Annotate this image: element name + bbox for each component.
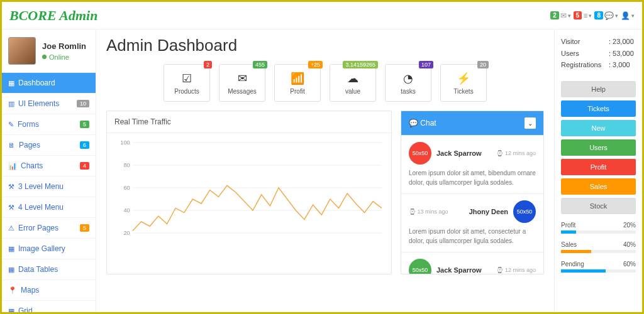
sidebar-item-grid[interactable]: ▦Grid (2, 301, 96, 312)
main: Admin Dashboard 2☑Products455✉Messages+2… (96, 30, 554, 312)
tile-label: Messages (228, 88, 257, 95)
progress-pct: 40% (623, 241, 636, 248)
sidebar-item-pages[interactable]: 🗎Pages6 (2, 135, 96, 156)
nav-label: Charts (21, 161, 43, 170)
nav-icon: 📍 (8, 286, 17, 295)
nav-label: Error Pages (18, 224, 58, 232)
sidebar-item-ui-elements[interactable]: ▥UI Elements10 (2, 94, 96, 114)
tile-messages[interactable]: 455✉Messages (219, 64, 265, 102)
rightbar: Visitor: 23,000Users: 53,000Registration… (554, 30, 642, 312)
nav-badge: 5 (80, 224, 89, 232)
nav-badge: 4 (80, 162, 89, 170)
tile-tickets[interactable]: 20⚡Tickets (440, 64, 487, 102)
chevron-down-icon: ▾ (615, 13, 618, 19)
topbar-user[interactable]: 👤▾ (621, 11, 635, 20)
nav-icon: 🗎 (8, 141, 15, 149)
sidebar-item-maps[interactable]: 📍Maps (2, 280, 96, 301)
topbar-item[interactable]: 8💬▾ (594, 11, 618, 20)
nav-badge: 10 (77, 100, 89, 107)
svg-text:60: 60 (123, 185, 130, 191)
tile-icon: 📶 (291, 72, 304, 85)
sidebar-item-charts[interactable]: 📊Charts4 (2, 156, 96, 176)
nav-badge: 5 (80, 121, 89, 128)
chat-panel: 💬 Chat ⌄ 50x50Jack Sparrow⌚ 12 mins agoL… (401, 111, 544, 274)
tile-badge: 2 (204, 61, 212, 68)
nav-icon: ⚒ (8, 183, 14, 191)
nav-badge: 6 (80, 141, 89, 149)
chat-message: 50x50Jhony Deen⌚ 13 mins agoLorem ipsum … (401, 194, 543, 252)
profile-status: Online (42, 53, 86, 61)
tile-icon: ☁ (347, 72, 358, 85)
chat-collapse[interactable]: ⌄ (525, 117, 536, 129)
tile-profit[interactable]: +25📶Profit (274, 64, 321, 102)
nav-label: Forms (18, 120, 39, 129)
help-button[interactable]: Help (561, 81, 636, 97)
nav-icon: ⚒ (8, 203, 14, 212)
users-button[interactable]: Users (561, 139, 636, 156)
tile-label: Products (174, 88, 199, 95)
sidebar-item-forms[interactable]: ✎Forms5 (2, 114, 96, 135)
right-buttons: HelpTicketsNewUsersProfitSalesStock (561, 81, 636, 214)
progress-label: Pending (561, 261, 584, 268)
traffic-title: Real Time Traffic (107, 111, 391, 133)
tile-badge: 20 (477, 61, 489, 68)
profit-button[interactable]: Profit (561, 159, 636, 175)
topbar-badge: 5 (574, 11, 582, 19)
chat-body: 50x50Jack Sparrow⌚ 12 mins agoLorem ipsu… (401, 136, 543, 274)
nav-label: 4 Level Menu (18, 203, 64, 212)
nav-icon: ▦ (8, 79, 14, 87)
nav-icon: ▦ (8, 266, 14, 274)
sidebar-item-data-tables[interactable]: ▦Data Tables (2, 259, 96, 280)
tile-badge: 3.14159265 (343, 61, 378, 68)
stat-label: Visitor (561, 36, 609, 48)
sidebar-item-4-level-menu[interactable]: ⚒4 Level Menu (2, 197, 96, 218)
nav-icon: ✎ (8, 121, 14, 129)
sidebar-item-error-pages[interactable]: ⚠Error Pages5 (2, 218, 96, 239)
page-title: Admin Dashboard (106, 36, 544, 55)
svg-text:40: 40 (123, 207, 130, 214)
tile-icon: ☑ (182, 72, 192, 85)
svg-text:100: 100 (120, 139, 130, 146)
topbar-icon: ≡ (583, 11, 587, 20)
nav-icon: ⚠ (8, 224, 14, 232)
tiles: 2☑Products455✉Messages+25📶Profit3.141592… (106, 64, 544, 102)
sidebar-item-dashboard[interactable]: ▦Dashboard (2, 73, 96, 94)
topbar-badge: 8 (594, 11, 603, 19)
tile-products[interactable]: 2☑Products (164, 64, 210, 102)
topbar-right: 2✉▾5≡▾8💬▾👤▾ (550, 11, 635, 20)
tile-badge: 107 (419, 61, 433, 68)
traffic-chart: 20406080100 (107, 133, 391, 271)
chat-avatar: 50x50 (513, 200, 536, 223)
chat-message: 50x50Jack Sparrow⌚ 12 mins agoLorem ipsu… (401, 136, 543, 194)
chat-header: 💬 Chat ⌄ (401, 111, 543, 136)
tile-label: Profit (290, 88, 304, 95)
chat-time: ⌚ 12 mins ago (496, 267, 536, 273)
nav-label: Grid (18, 306, 33, 312)
brand: BCORE Admin (9, 8, 97, 24)
tile-value[interactable]: 3.14159265☁value (330, 64, 376, 102)
sidebar-item-image-gallery[interactable]: ▦Image Gallery (2, 239, 96, 259)
chevron-down-icon: ▾ (568, 13, 571, 19)
tickets-button[interactable]: Tickets (561, 100, 636, 117)
nav-icon: ▦ (8, 307, 14, 313)
tile-icon: ◔ (403, 72, 413, 85)
stat-row: Users: 53,000 (561, 48, 636, 60)
nav-label: 3 Level Menu (18, 182, 64, 191)
sidebar: Joe Romlin Online ▦Dashboard▥UI Elements… (2, 30, 96, 312)
topbar-item[interactable]: 2✉▾ (550, 11, 571, 20)
new-button[interactable]: New (561, 120, 636, 136)
chat-time: ⌚ 12 mins ago (496, 150, 536, 156)
tile-label: value (345, 88, 360, 95)
layout: Joe Romlin Online ▦Dashboard▥UI Elements… (2, 30, 642, 312)
chat-avatar: 50x50 (409, 142, 431, 165)
nav-icon: ▦ (8, 245, 14, 253)
progress-label: Profit (561, 222, 575, 229)
stock-button[interactable]: Stock (561, 198, 636, 214)
tile-badge: 455 (253, 61, 267, 68)
topbar-item[interactable]: 5≡▾ (574, 11, 592, 20)
tile-tasks[interactable]: 107◔tasks (385, 64, 431, 102)
chat-user: Jack Sparrow (436, 149, 482, 157)
chat-time: ⌚ 13 mins ago (409, 208, 448, 215)
sales-button[interactable]: Sales (561, 178, 636, 195)
sidebar-item-3-level-menu[interactable]: ⚒3 Level Menu (2, 176, 96, 197)
